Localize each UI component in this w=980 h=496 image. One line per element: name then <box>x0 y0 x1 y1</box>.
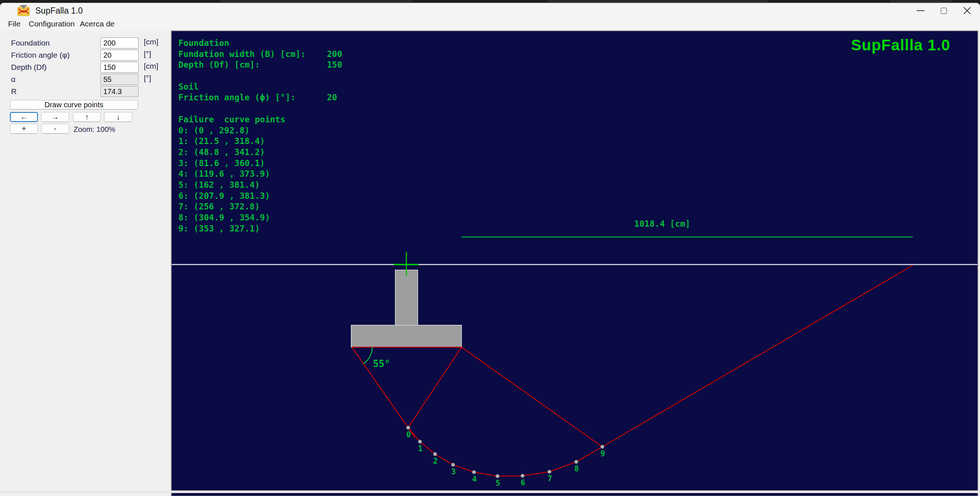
background-window-text-blur <box>221 0 412 3</box>
zoom-in-button[interactable]: + <box>10 124 38 134</box>
app-window: SupFalla 1.0 File Configuration Acerca d… <box>0 3 980 496</box>
app-icon <box>17 5 30 17</box>
friction-angle-label: Friction angle (φ) <box>11 49 70 61</box>
friction-angle-unit: [°] <box>144 49 151 60</box>
minimize-button[interactable] <box>909 3 932 18</box>
svg-text:0: 0 <box>406 430 411 439</box>
minimize-icon <box>917 10 924 11</box>
maximize-button[interactable] <box>932 3 955 18</box>
pan-down-button[interactable]: ↓ <box>104 112 132 122</box>
failure-surface-diagram: 55°0123456789 <box>172 31 977 496</box>
dimension-label: 1018.4 [cm] <box>634 219 690 228</box>
svg-text:8: 8 <box>574 464 579 473</box>
depth-unit: [cm] <box>144 61 159 71</box>
screen: SupFalla 1.0 File Configuration Acerca d… <box>0 0 980 496</box>
svg-text:7: 7 <box>547 474 552 483</box>
background-window-buttons-blur <box>890 0 953 3</box>
radius-label: R <box>11 86 16 97</box>
drawing-canvas: SupFallla 1.0 FoundationFundation width … <box>171 30 978 496</box>
pan-left-button[interactable]: ← <box>10 112 38 122</box>
radius-output <box>100 86 138 97</box>
zoom-level-label: Zoom: 100% <box>73 125 115 134</box>
window-controls <box>909 3 978 18</box>
svg-text:6: 6 <box>521 479 525 487</box>
depth-input[interactable] <box>100 62 138 73</box>
svg-text:5: 5 <box>496 479 501 488</box>
close-icon <box>963 6 971 15</box>
pan-up-button[interactable]: ↑ <box>73 112 101 122</box>
svg-text:4: 4 <box>472 475 477 483</box>
window-title: SupFalla 1.0 <box>35 3 83 18</box>
alpha-label: α <box>11 74 16 85</box>
svg-text:9: 9 <box>600 449 605 458</box>
window-bottom-edge <box>0 490 980 493</box>
pan-right-button[interactable]: → <box>41 112 69 122</box>
alpha-unit: [°] <box>144 73 151 84</box>
foundation-label: Foundation <box>11 38 49 49</box>
close-button[interactable] <box>955 3 978 18</box>
alpha-output <box>100 74 138 85</box>
titlebar: SupFalla 1.0 <box>0 3 980 18</box>
menu-file[interactable]: File <box>8 18 21 30</box>
draw-curve-points-button[interactable]: Draw curve points <box>10 100 138 109</box>
maximize-icon <box>941 8 947 14</box>
background-window-text-blur <box>548 0 768 3</box>
left-panel: Foundation [cm] Friction angle (φ) [°] D… <box>0 30 171 496</box>
zoom-out-button[interactable]: - <box>41 124 69 134</box>
svg-text:3: 3 <box>451 467 456 476</box>
menu-acerca-de[interactable]: Acerca de <box>80 18 115 30</box>
depth-label: Depth (Df) <box>11 62 47 73</box>
menubar: File Configuration Acerca de <box>0 18 980 30</box>
foundation-unit: [cm] <box>144 36 159 48</box>
menu-configuration[interactable]: Configuration <box>29 18 75 30</box>
friction-angle-input[interactable] <box>100 49 138 61</box>
svg-text:2: 2 <box>433 457 438 466</box>
svg-text:1: 1 <box>418 444 423 453</box>
svg-text:55°: 55° <box>373 358 390 369</box>
foundation-input[interactable] <box>100 38 138 49</box>
